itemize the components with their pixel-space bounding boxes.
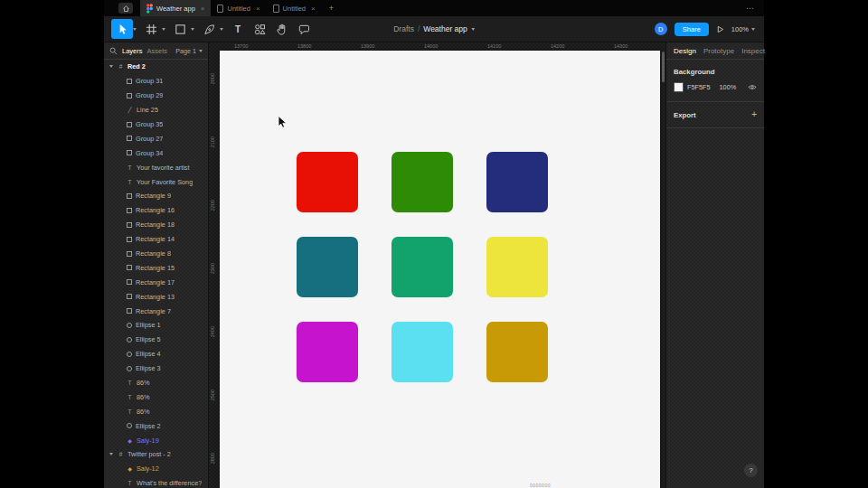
hand-tool[interactable] (270, 19, 292, 39)
vertical-scrollbar[interactable] (662, 52, 665, 82)
page-selector[interactable]: Page 1 (175, 47, 203, 55)
frame-tool[interactable] (140, 19, 162, 39)
visibility-toggle[interactable] (748, 83, 757, 91)
chevron-down-icon (199, 50, 203, 52)
add-export-button[interactable]: + (751, 110, 757, 119)
layer-row-group-29[interactable]: Group 29 (104, 89, 208, 103)
layer-row-what-s-the-difference[interactable]: TWhat's the difference? (104, 476, 208, 488)
chevron-down-icon[interactable] (191, 28, 194, 31)
layer-row-rectangle-7[interactable]: Rectangle 7 (104, 304, 208, 318)
ruler-mark: 14200 (551, 43, 564, 49)
tab-prototype[interactable]: Prototype (703, 47, 734, 55)
tab-untitled-1[interactable]: Untitled× (211, 0, 266, 16)
layer-row-ellipse-5[interactable]: Ellipse 5 (104, 333, 208, 347)
home-button[interactable] (118, 3, 133, 14)
breadcrumb-separator: / (418, 24, 420, 33)
layer-row-rectangle-15[interactable]: Rectangle 15 (104, 260, 208, 275)
layer-row-rectangle-14[interactable]: Rectangle 14 (104, 232, 208, 247)
text-icon: T (126, 394, 134, 400)
pen-tool[interactable] (198, 19, 220, 39)
layer-row-line-25[interactable]: ╱Line 25 (104, 103, 208, 117)
layer-row-your-favorite-artist[interactable]: TYour favorite artist (104, 160, 208, 174)
layer-row-86[interactable]: T86% (104, 389, 208, 404)
breadcrumb-root[interactable]: Drafts (393, 24, 414, 33)
layer-row-ellipse-1[interactable]: Ellipse 1 (104, 318, 208, 333)
layer-row-ellipse-3[interactable]: Ellipse 3 (104, 361, 208, 376)
layer-row-red-2[interactable]: #Red 2 (104, 60, 208, 74)
canvas-footnote: 0000000 (530, 483, 551, 488)
toolbar: T Drafts / Weather app D Share (104, 16, 764, 42)
chevron-down-icon[interactable] (162, 28, 165, 31)
comment-tool[interactable] (292, 19, 314, 39)
layer-row-rectangle-13[interactable]: Rectangle 13 (104, 289, 208, 304)
color-swatch[interactable] (674, 82, 684, 92)
close-icon[interactable]: × (311, 5, 316, 13)
search-icon[interactable] (109, 47, 118, 55)
layer-row-twitter-post-2[interactable]: #Twitter post - 2 (104, 447, 208, 462)
canvas-square-emerald[interactable] (392, 237, 453, 297)
layer-row-rectangle-18[interactable]: Rectangle 18 (104, 218, 208, 232)
zoom-selector[interactable]: 100% (731, 25, 755, 33)
layer-row-ellipse-4[interactable]: Ellipse 4 (104, 347, 208, 361)
close-icon[interactable]: × (256, 5, 260, 13)
cursor-icon (117, 23, 128, 35)
group-icon (127, 150, 132, 155)
tab-untitled-2[interactable]: Untitled× (267, 0, 322, 16)
layer-row-group-34[interactable]: Group 34 (104, 145, 208, 160)
canvas[interactable]: 13700138001390014000141001420014300 2000… (209, 42, 665, 488)
group-icon (127, 93, 132, 99)
layer-row-rectangle-9[interactable]: Rectangle 9 (104, 189, 208, 203)
canvas-square-green[interactable] (392, 152, 453, 212)
move-tool[interactable] (111, 19, 133, 39)
layer-row-your-favorite-song[interactable]: TYour Favorite Song (104, 174, 208, 189)
close-icon[interactable]: × (201, 5, 205, 13)
layer-row-ellipse-2[interactable]: Ellipse 2 (104, 418, 208, 433)
layer-row-group-27[interactable]: Group 27 (104, 131, 208, 145)
avatar[interactable]: D (655, 23, 667, 35)
main-content: Layers Assets Page 1 #Red 2Group 31Group… (104, 42, 764, 488)
overflow-menu-icon[interactable]: ⋯ (746, 4, 764, 13)
ruler-mark: 14100 (487, 43, 501, 49)
chevron-down-icon[interactable] (133, 28, 137, 31)
tab-layers[interactable]: Layers (122, 47, 143, 55)
layer-row-saly-19[interactable]: ◆Saly-19 (104, 433, 208, 447)
eye-icon (748, 83, 757, 91)
tab-weather-app-0[interactable]: Weather app× (140, 0, 211, 16)
chevron-down-icon[interactable] (471, 28, 475, 31)
text-tool[interactable]: T (227, 19, 249, 39)
canvas-square-cyan[interactable] (392, 322, 453, 382)
layer-row-86[interactable]: T86% (104, 404, 208, 418)
tab-inspect[interactable]: Inspect (741, 47, 765, 55)
layers-panel-header: Layers Assets Page 1 (104, 42, 208, 60)
rectangle-icon (127, 237, 132, 242)
canvas-square-navy[interactable] (486, 152, 548, 212)
share-button[interactable]: Share (675, 23, 709, 36)
layer-row-rectangle-8[interactable]: Rectangle 8 (104, 247, 208, 261)
canvas-square-teal[interactable] (297, 237, 358, 297)
canvas-square-gold[interactable] (486, 322, 548, 382)
chevron-down-icon[interactable] (108, 453, 114, 455)
text-icon: T (126, 179, 134, 185)
layer-row-saly-12[interactable]: ◆Saly-12 (104, 462, 208, 476)
layer-row-rectangle-16[interactable]: Rectangle 16 (104, 203, 208, 218)
tab-design[interactable]: Design (674, 47, 696, 55)
present-icon[interactable] (716, 25, 724, 33)
shape-tool[interactable] (169, 19, 191, 39)
layer-row-group-31[interactable]: Group 31 (104, 74, 208, 89)
canvas-square-magenta[interactable] (297, 322, 358, 382)
tab-assets[interactable]: Assets (147, 47, 168, 55)
layer-row-86[interactable]: T86% (104, 376, 208, 390)
help-button[interactable]: ? (744, 464, 758, 477)
background-hex[interactable]: F5F5F5 (687, 83, 711, 91)
frame-icon: # (117, 451, 125, 457)
background-opacity[interactable]: 100% (720, 83, 737, 91)
canvas-square-red[interactable] (297, 152, 358, 212)
layer-row-group-35[interactable]: Group 35 (104, 117, 208, 132)
new-tab-button[interactable]: + (322, 4, 341, 13)
canvas-square-yellow[interactable] (486, 237, 548, 297)
breadcrumb[interactable]: Drafts / Weather app (393, 16, 475, 42)
resources-tool[interactable] (249, 19, 270, 39)
chevron-down-icon[interactable] (108, 65, 114, 68)
layer-row-rectangle-17[interactable]: Rectangle 17 (104, 275, 208, 289)
chevron-down-icon[interactable] (220, 28, 223, 31)
